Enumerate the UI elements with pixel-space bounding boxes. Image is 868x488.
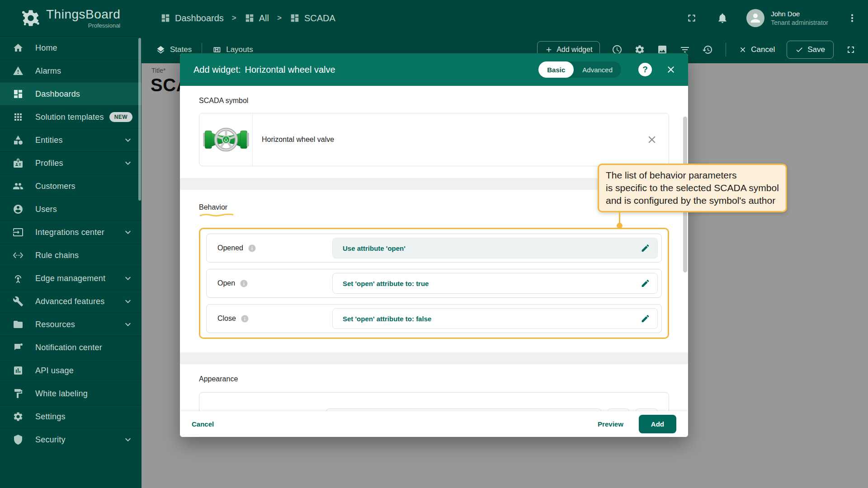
- callout-connector-dot: [617, 223, 623, 229]
- chevron-down-icon: [123, 434, 133, 445]
- basic-advanced-toggle: Basic Advanced: [538, 61, 621, 78]
- more-vert-icon[interactable]: [846, 12, 858, 24]
- sidebar: ThingsBoard Professional Home Alarms Das…: [0, 0, 142, 488]
- info-icon[interactable]: [248, 244, 256, 253]
- appearance-title-row: Title A: [199, 392, 669, 411]
- profiles-badge-icon: [13, 158, 24, 169]
- dashboards-icon: [245, 13, 255, 23]
- chevron-down-icon: [123, 319, 133, 330]
- behavior-value-button[interactable]: Set 'open' attribute to: true: [332, 273, 658, 294]
- dashboards-icon: [290, 13, 300, 23]
- behavior-callout: The list of behavior parameters is speci…: [598, 164, 787, 212]
- apps-grid-icon: [13, 112, 24, 122]
- tools-icon: [13, 296, 24, 307]
- edit-pencil-icon[interactable]: [641, 314, 650, 324]
- sidebar-item-integrations-center[interactable]: Integrations center: [0, 221, 142, 244]
- edit-pencil-icon[interactable]: [641, 279, 650, 288]
- alarm-warning-icon: [13, 66, 24, 76]
- toggle-advanced[interactable]: Advanced: [574, 66, 621, 74]
- breadcrumb-separator: >: [232, 14, 236, 23]
- toggle-basic[interactable]: Basic: [538, 61, 574, 78]
- behavior-value-button[interactable]: Set 'open' attribute to: false: [332, 308, 658, 329]
- chevron-down-icon: [123, 296, 133, 307]
- chevron-down-icon: [123, 227, 133, 238]
- behavior-row-open: Open Set 'open' attribute to: true: [206, 269, 662, 298]
- edit-pencil-icon[interactable]: [641, 244, 650, 253]
- history-icon[interactable]: [702, 44, 713, 55]
- info-icon[interactable]: [241, 314, 249, 323]
- sidebar-item-advanced-features[interactable]: Advanced features: [0, 290, 142, 313]
- dialog-body: SCADA symbol: [180, 86, 688, 411]
- cancel-button[interactable]: Cancel: [192, 420, 214, 428]
- integrations-icon: [13, 227, 24, 238]
- section-heading: Appearance: [199, 375, 669, 383]
- sidebar-item-alarms[interactable]: Alarms: [0, 59, 142, 82]
- section-heading: SCADA symbol: [199, 97, 669, 105]
- avatar: [746, 9, 764, 27]
- save-button[interactable]: Save: [787, 41, 834, 59]
- callout-text: The list of behavior parameters: [606, 169, 779, 182]
- sidebar-item-security[interactable]: Security: [0, 428, 142, 451]
- user-menu[interactable]: John Doe Tenant administrator: [746, 9, 828, 27]
- marker-underline: [199, 213, 234, 217]
- gear-icon: [13, 411, 24, 422]
- behavior-highlight-box: Opened Use attribute 'open' Open Set 'op…: [199, 228, 669, 339]
- fullscreen-icon[interactable]: [686, 12, 698, 24]
- add-widget-dialog: Add widget: Horizontal wheel valve Basic…: [180, 53, 688, 437]
- plus-icon: [545, 46, 553, 54]
- sidebar-item-users[interactable]: Users: [0, 197, 142, 221]
- callout-text: is specific to the selected SCADA symbol: [606, 182, 779, 194]
- paint-icon: [13, 388, 24, 399]
- breadcrumb-all[interactable]: All: [245, 13, 269, 23]
- add-button[interactable]: Add: [639, 415, 676, 433]
- shield-icon: [13, 434, 24, 445]
- sidebar-item-solution-templates[interactable]: Solution templates NEW: [0, 105, 142, 128]
- valve-image: [203, 124, 250, 155]
- entities-icon: [13, 135, 24, 145]
- sidebar-item-entities[interactable]: Entities: [0, 128, 142, 151]
- dialog-title: Add widget: Horizontal wheel valve: [193, 65, 335, 75]
- brand-logo[interactable]: ThingsBoard Professional: [0, 0, 142, 36]
- edge-antenna-icon: [13, 273, 24, 284]
- customers-icon: [13, 181, 24, 192]
- sidebar-item-api-usage[interactable]: API usage: [0, 359, 142, 382]
- user-name: John Doe: [771, 10, 828, 18]
- sidebar-item-notification-center[interactable]: Notification center: [0, 336, 142, 359]
- breadcrumb-dashboards[interactable]: Dashboards: [160, 13, 224, 23]
- sidebar-scrollbar[interactable]: [138, 38, 141, 201]
- dialog-footer: Cancel Preview Add: [180, 411, 688, 437]
- sidebar-item-home[interactable]: Home: [0, 36, 142, 59]
- info-icon[interactable]: [240, 279, 248, 288]
- chevron-down-icon: [123, 135, 133, 145]
- brand-edition: Professional: [46, 22, 120, 29]
- new-badge: NEW: [109, 112, 132, 122]
- behavior-section: Behavior Opened Use attribute 'open' Ope…: [180, 190, 688, 352]
- sidebar-item-edge-management[interactable]: Edge management: [0, 267, 142, 290]
- bell-icon[interactable]: [717, 12, 728, 24]
- remove-symbol-icon[interactable]: [646, 134, 658, 145]
- expand-icon[interactable]: [845, 44, 856, 55]
- behavior-row-close: Close Set 'open' attribute to: false: [206, 304, 662, 333]
- sidebar-item-white-labeling[interactable]: White labeling: [0, 382, 142, 405]
- sidebar-item-settings[interactable]: Settings: [0, 405, 142, 428]
- chevron-down-icon: [123, 158, 133, 169]
- sidebar-item-customers[interactable]: Customers: [0, 174, 142, 197]
- dashboards-icon: [13, 89, 24, 99]
- behavior-value-button[interactable]: Use attribute 'open': [332, 238, 658, 258]
- thingsboard-logo-icon: [21, 8, 41, 28]
- check-icon: [795, 46, 803, 54]
- breadcrumb-scada[interactable]: SCADA: [290, 13, 335, 23]
- rule-chains-icon: [13, 250, 24, 261]
- help-icon[interactable]: ?: [638, 63, 652, 76]
- dashboards-icon: [160, 13, 170, 23]
- sidebar-item-dashboards[interactable]: Dashboards: [0, 82, 142, 105]
- home-icon: [13, 42, 24, 53]
- users-icon: [13, 204, 24, 215]
- sidebar-item-resources[interactable]: Resources: [0, 313, 142, 336]
- close-icon[interactable]: [665, 64, 676, 75]
- preview-button[interactable]: Preview: [598, 420, 623, 428]
- sidebar-item-rule-chains[interactable]: Rule chains: [0, 244, 142, 267]
- brand-name: ThingsBoard: [46, 7, 120, 22]
- cancel-edit-button[interactable]: Cancel: [739, 45, 775, 54]
- sidebar-item-profiles[interactable]: Profiles: [0, 151, 142, 174]
